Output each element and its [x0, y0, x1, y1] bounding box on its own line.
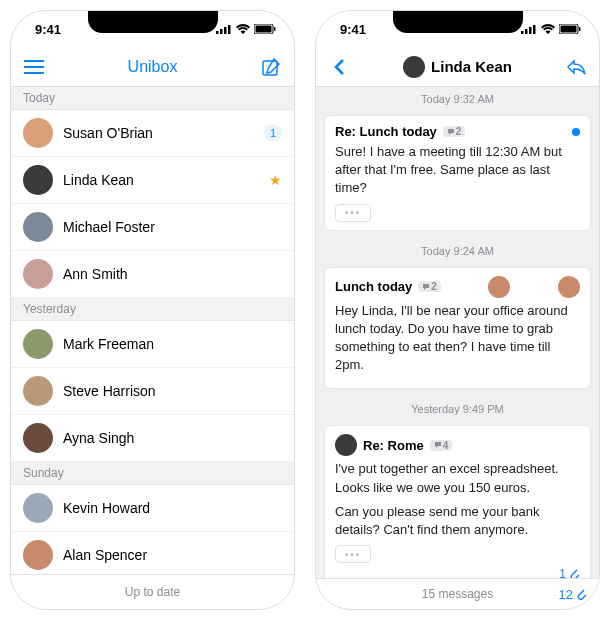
wifi-icon: [236, 24, 250, 34]
menu-icon[interactable]: [23, 56, 45, 78]
avatar: [23, 423, 53, 453]
thread-count-badge: 2: [443, 126, 466, 137]
contact-row[interactable]: Susan O'Brian1: [11, 110, 294, 157]
app-title: Unibox: [45, 58, 260, 76]
section-header: Sunday: [11, 462, 294, 485]
svg-rect-13: [529, 27, 532, 34]
sender-avatar: [488, 276, 510, 298]
nav-bar: Linda Kean: [316, 47, 599, 87]
back-icon[interactable]: [328, 56, 350, 78]
signal-icon: [521, 24, 537, 34]
battery-icon: [254, 24, 276, 34]
contact-name: Linda Kean: [63, 172, 259, 188]
thread-screen: 9:41 Linda Kean Today 9:32 AMRe: Lunch t…: [315, 10, 600, 610]
thread-list[interactable]: Today 9:32 AMRe: Lunch today2Sure! I hav…: [316, 87, 599, 578]
contact-row[interactable]: Ann Smith: [11, 251, 294, 298]
svg-rect-5: [256, 26, 272, 33]
message-subject: Lunch today: [335, 279, 412, 294]
message-subject: Re: Rome: [363, 438, 424, 453]
contact-name: Kevin Howard: [63, 500, 282, 516]
svg-rect-16: [561, 26, 577, 33]
message-card[interactable]: Re: Lunch today2Sure! I have a meeting t…: [324, 115, 591, 231]
avatar: [23, 118, 53, 148]
contact-row[interactable]: Kevin Howard: [11, 485, 294, 532]
svg-rect-0: [216, 31, 219, 34]
contact-name: Steve Harrison: [63, 383, 282, 399]
avatar: [23, 540, 53, 570]
message-subject: Re: Lunch today: [335, 124, 437, 139]
time-divider: Today 9:32 AM: [316, 87, 599, 111]
battery-icon: [559, 24, 581, 34]
contact-avatar: [403, 56, 425, 78]
message-header: Re: Lunch today2: [335, 124, 580, 139]
status-time: 9:41: [35, 22, 61, 37]
avatar: [23, 329, 53, 359]
section-header: Yesterday: [11, 298, 294, 321]
section-header: Today: [11, 87, 294, 110]
contact-row[interactable]: Mark Freeman: [11, 321, 294, 368]
thread-title: Linda Kean: [350, 56, 565, 78]
notch: [393, 11, 523, 33]
sender-avatar: [558, 276, 580, 298]
contact-row[interactable]: Alan Spencer: [11, 532, 294, 574]
compose-icon[interactable]: [260, 56, 282, 78]
message-count: 15 messages: [422, 587, 493, 601]
thread-count-badge: 2: [418, 281, 441, 292]
contact-name: Susan O'Brian: [63, 125, 254, 141]
svg-rect-2: [224, 27, 227, 34]
inbox-footer: Up to date: [11, 574, 294, 609]
more-actions-button[interactable]: •••: [335, 204, 371, 222]
wifi-icon: [541, 24, 555, 34]
message-card[interactable]: Lunch today2Hey Linda, I'll be near your…: [324, 267, 591, 390]
sender-avatar: [335, 434, 357, 456]
inbox-list[interactable]: TodaySusan O'Brian1Linda Kean★Michael Fo…: [11, 87, 294, 574]
svg-rect-14: [533, 25, 536, 34]
contact-name: Ayna Singh: [63, 430, 282, 446]
nav-bar: Unibox: [11, 47, 294, 87]
inbox-screen: 9:41 Unibox TodaySusan O'Brian1Linda Kea…: [10, 10, 295, 610]
svg-rect-3: [228, 25, 231, 34]
svg-rect-1: [220, 29, 223, 34]
attachments-button[interactable]: 12: [559, 587, 587, 602]
time-divider: Yesterday 9:49 PM: [316, 397, 599, 421]
avatar: [23, 493, 53, 523]
contact-name: Linda Kean: [431, 58, 512, 75]
unread-dot: [572, 128, 580, 136]
reply-icon[interactable]: [565, 56, 587, 78]
time-divider: Today 9:24 AM: [316, 239, 599, 263]
contact-row[interactable]: Linda Kean★: [11, 157, 294, 204]
message-body: Hey Linda, I'll be near your office arou…: [335, 302, 580, 375]
contact-name: Ann Smith: [63, 266, 282, 282]
unread-badge: 1: [264, 124, 282, 142]
contact-name: Alan Spencer: [63, 547, 282, 563]
status-time: 9:41: [340, 22, 366, 37]
thread-footer: 15 messages 12: [316, 578, 599, 609]
notch: [88, 11, 218, 33]
message-body: I've put together an excel spreadsheet. …: [335, 460, 580, 539]
contact-row[interactable]: Steve Harrison: [11, 368, 294, 415]
signal-icon: [216, 24, 232, 34]
message-header: Lunch today2: [335, 276, 580, 298]
thread-count-badge: 4: [430, 440, 453, 451]
message-card[interactable]: Re: Rome4I've put together an excel spre…: [324, 425, 591, 578]
contact-row[interactable]: Michael Foster: [11, 204, 294, 251]
contact-name: Michael Foster: [63, 219, 282, 235]
avatar: [23, 376, 53, 406]
star-icon: ★: [269, 172, 282, 188]
contact-name: Mark Freeman: [63, 336, 282, 352]
avatar: [23, 165, 53, 195]
message-header: Re: Rome4: [335, 434, 580, 456]
attach-count: 12: [559, 587, 573, 602]
contact-row[interactable]: Ayna Singh: [11, 415, 294, 462]
attachment-indicator[interactable]: 1: [335, 567, 580, 578]
more-actions-button[interactable]: •••: [335, 545, 371, 563]
svg-rect-6: [274, 27, 276, 31]
svg-rect-17: [579, 27, 581, 31]
avatar: [23, 212, 53, 242]
avatar: [23, 259, 53, 289]
svg-rect-12: [525, 29, 528, 34]
message-body: Sure! I have a meeting till 12:30 AM but…: [335, 143, 580, 198]
svg-rect-11: [521, 31, 524, 34]
